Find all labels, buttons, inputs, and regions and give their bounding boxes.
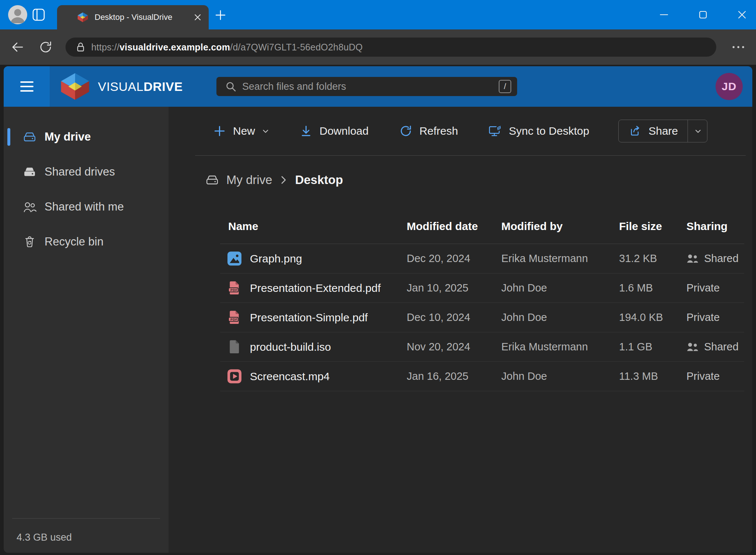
file-name: Screencast.mp4 [250, 370, 330, 383]
table-row[interactable]: PDFPresentation-Extended.pdfJan 10, 2025… [220, 273, 744, 303]
file-size: 194.0 KB [619, 311, 686, 324]
column-header-modified-date[interactable]: Modified date [407, 220, 501, 233]
url-path: /d/a7QWi7GLT1-56edO2h8uDQ [230, 42, 363, 52]
table-row[interactable]: PDFPresentation-Simple.pdfDec 10, 2024Jo… [220, 303, 744, 332]
modified-date: Jan 10, 2025 [407, 282, 501, 294]
generic-file-icon [227, 340, 241, 354]
tab-close-icon[interactable] [194, 14, 201, 21]
sharing-label: Private [686, 311, 720, 324]
browser-tab[interactable]: Desktop - VisualDrive [57, 5, 209, 29]
more-icon[interactable] [732, 45, 745, 49]
storage-divider [12, 518, 160, 519]
file-name: Graph.png [250, 252, 302, 265]
breadcrumb-current: Desktop [295, 173, 343, 187]
brand-name: VISUALDRIVE [98, 79, 183, 94]
refresh-icon [399, 125, 413, 137]
sidebar-item-shared-with-me[interactable]: Shared with me [4, 197, 169, 217]
sync-desktop-icon [488, 125, 502, 137]
table-row[interactable]: product-build.isoNov 20, 2024Erika Muste… [220, 332, 744, 362]
sidebar-item-my-drive[interactable]: My drive [4, 127, 169, 147]
sharing-status: Private [686, 282, 744, 294]
pdf-file-icon: PDF [227, 281, 241, 295]
file-name-cell: PDFPresentation-Extended.pdf [220, 281, 407, 295]
minimize-icon[interactable] [660, 10, 668, 19]
selected-indicator [7, 233, 10, 251]
file-name-cell: Graph.png [220, 251, 407, 266]
address-bar[interactable]: https://visualdrive.example.com/d/a7QWi7… [66, 38, 716, 57]
chevron-down-icon [262, 129, 269, 133]
new-tab-icon[interactable] [215, 10, 226, 21]
storage-used-label: 4.3 GB used [17, 532, 72, 543]
table-row[interactable]: Graph.pngDec 20, 2024Erika Mustermann31.… [220, 244, 744, 273]
search-icon [225, 81, 236, 92]
sharing-label: Private [686, 370, 720, 382]
main-content: NewDownloadRefreshSync to Desktop Share … [169, 107, 752, 553]
video-file-icon [227, 369, 241, 383]
file-size: 31.2 KB [619, 252, 686, 265]
selected-indicator [7, 163, 10, 181]
toolbar-button-label: Sync to Desktop [509, 125, 589, 137]
table-header-row: Name Modified date Modified by File size… [220, 209, 744, 244]
browser-titlebar: Desktop - VisualDrive [0, 0, 756, 29]
visualdrive-favicon [77, 12, 89, 23]
share-dropdown-button[interactable] [688, 120, 707, 142]
share-button[interactable]: Share [619, 120, 688, 142]
share-icon [628, 125, 642, 137]
column-header-modified-by[interactable]: Modified by [501, 220, 619, 233]
file-name-cell: Screencast.mp4 [220, 369, 407, 383]
search-input[interactable] [242, 81, 499, 92]
my-drive-icon [205, 174, 219, 186]
breadcrumb-root[interactable]: My drive [226, 173, 272, 187]
modified-by: John Doe [501, 282, 619, 294]
table-row[interactable]: Screencast.mp4Jan 16, 2025John Doe11.3 M… [220, 362, 744, 391]
back-icon[interactable] [11, 40, 24, 54]
hamburger-icon[interactable] [4, 66, 50, 107]
sidebar-item-recycle-bin[interactable]: Recycle bin [4, 231, 169, 252]
svg-text:PDF: PDF [230, 288, 237, 292]
sidebar-item-label: My drive [45, 130, 91, 144]
reload-icon[interactable] [39, 40, 52, 54]
sidebar: My driveShared drivesShared with meRecyc… [4, 107, 169, 553]
column-header-sharing[interactable]: Sharing [686, 220, 744, 233]
shared-with-me-icon [23, 201, 36, 213]
close-icon[interactable] [738, 10, 746, 19]
window-controls [660, 0, 746, 29]
user-avatar[interactable]: JD [716, 73, 743, 100]
file-name: Presentation-Extended.pdf [250, 282, 381, 294]
new-button[interactable]: New [213, 125, 269, 137]
sidebar-item-label: Shared drives [45, 165, 115, 178]
sync-to-desktop-button[interactable]: Sync to Desktop [488, 125, 589, 137]
pdf-file-icon: PDF [227, 310, 241, 325]
sidebar-item-label: Recycle bin [45, 235, 103, 248]
search-box[interactable]: / [216, 77, 517, 96]
browser-navbar: https://visualdrive.example.com/d/a7QWi7… [0, 29, 756, 65]
download-icon [299, 125, 313, 137]
column-header-file-size[interactable]: File size [619, 220, 686, 233]
sharing-label: Private [686, 282, 720, 294]
selected-indicator [7, 128, 10, 146]
lock-icon[interactable] [76, 42, 85, 53]
file-table: Name Modified date Modified by File size… [220, 209, 744, 391]
toolbar-divider [195, 155, 746, 156]
app-header: VISUALDRIVE / JD [4, 66, 752, 107]
sidebar-item-shared-drives[interactable]: Shared drives [4, 162, 169, 182]
sharing-status: Private [686, 370, 744, 382]
search-shortcut-hint: / [499, 80, 511, 93]
modified-date: Dec 20, 2024 [407, 252, 501, 265]
file-name: product-build.iso [250, 341, 331, 353]
sidebar-item-label: Shared with me [45, 200, 124, 213]
modified-date: Dec 10, 2024 [407, 311, 501, 324]
selected-indicator [7, 198, 10, 216]
app-logo [59, 72, 91, 101]
sharing-label: Shared [704, 341, 739, 353]
modified-date: Nov 20, 2024 [407, 341, 501, 353]
file-size: 1.1 GB [619, 341, 686, 353]
workspaces-icon[interactable] [32, 8, 45, 21]
download-button[interactable]: Download [299, 125, 368, 137]
toolbar-button-label: New [233, 125, 255, 137]
browser-profile-button[interactable] [8, 5, 27, 24]
visualdrive-page: VISUALDRIVE / JD My driveShared drivesSh… [4, 66, 752, 553]
maximize-icon[interactable] [699, 10, 707, 19]
refresh-button[interactable]: Refresh [399, 125, 458, 137]
column-header-name[interactable]: Name [220, 220, 407, 233]
